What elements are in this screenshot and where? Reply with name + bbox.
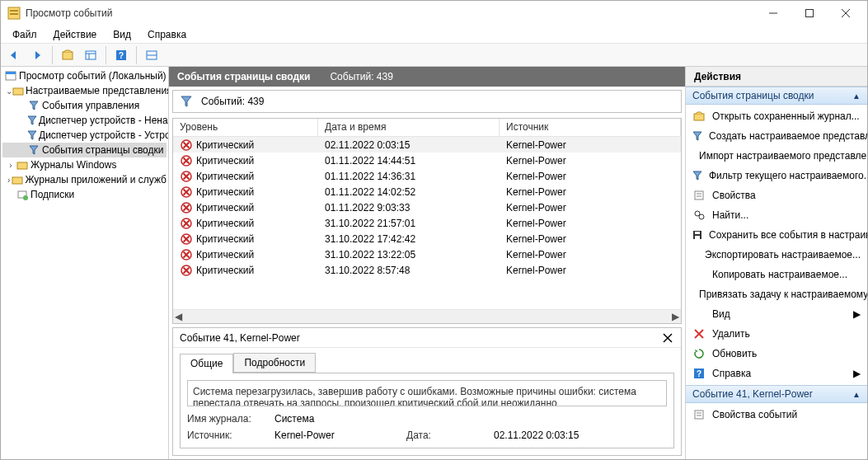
svg-rect-16 (6, 72, 16, 74)
action-help[interactable]: ?Справка▶ (686, 364, 867, 383)
critical-icon (180, 138, 193, 152)
svg-rect-7 (63, 52, 73, 59)
action-label: Свойства (712, 190, 756, 201)
col-level[interactable]: Уровень (173, 119, 318, 136)
action-properties[interactable]: Свойства (686, 185, 867, 205)
detail-body: Система перезагрузилась, завершив работу… (180, 373, 674, 448)
forward-button[interactable] (27, 45, 47, 65)
menu-help[interactable]: Справка (141, 27, 193, 42)
action-label: Вид (712, 308, 847, 320)
filter-icon (27, 129, 37, 142)
expand-icon[interactable]: ⌄ (6, 87, 12, 96)
critical-icon (180, 217, 193, 230)
tree-app-logs[interactable]: › Журналы приложений и служб (2, 172, 167, 187)
tab-details[interactable]: Подробности (233, 353, 316, 373)
preview-toggle-button[interactable] (142, 45, 162, 65)
action-label: Открыть сохраненный журнал... (712, 110, 860, 122)
tree-custom-views[interactable]: ⌄ Настраиваемые представления (2, 83, 167, 98)
help-icon: ? (692, 367, 706, 380)
view-event-count: Событий: 439 (330, 71, 392, 82)
tree-windows-logs[interactable]: › Журналы Windows (2, 157, 167, 172)
tree-root[interactable]: Просмотр событий (Локальный) (2, 68, 167, 83)
event-description[interactable]: Система перезагрузилась, завершив работу… (187, 380, 667, 406)
close-button[interactable] (828, 1, 864, 26)
table-row[interactable]: Критический01.11.2022 14:44:51Kernel-Pow… (173, 153, 681, 168)
tab-general[interactable]: Общие (180, 354, 233, 373)
tree-devmgr-1[interactable]: Диспетчер устройств - Ненастроенные (2, 113, 167, 128)
actions-group-2[interactable]: Событие 41, Kernel-Power ▲ (686, 385, 867, 403)
table-row[interactable]: Критический31.10.2022 21:57:01Kernel-Pow… (173, 215, 681, 231)
actions-list-2: Свойства событий (686, 403, 867, 426)
tree-devmgr-2[interactable]: Диспетчер устройств - Устройства (2, 128, 167, 143)
action-refresh[interactable]: Обновить (686, 344, 867, 364)
action-event-properties[interactable]: Свойства событий (686, 405, 867, 425)
table-row[interactable]: Критический31.10.2022 13:22:05Kernel-Pow… (173, 246, 681, 262)
expand-icon[interactable]: › (6, 176, 12, 185)
toolbar-separator (136, 46, 137, 64)
close-detail-button[interactable] (661, 331, 674, 345)
critical-icon (180, 232, 193, 246)
action-find[interactable]: Найти... (686, 205, 867, 225)
actions-group-1[interactable]: События страницы сводки ▲ (686, 87, 867, 105)
nav-tree[interactable]: Просмотр событий (Локальный) ⌄ Настраива… (1, 67, 169, 459)
table-row[interactable]: Критический01.11.2022 14:36:31Kernel-Pow… (173, 168, 681, 184)
show-tree-button[interactable] (58, 45, 77, 65)
help-button[interactable]: ? (111, 45, 131, 65)
view-header: События страницы сводки Событий: 439 (169, 67, 685, 87)
menu-file[interactable]: Файл (6, 27, 44, 42)
filter-icon (27, 143, 40, 157)
log-label: Имя журнала: (187, 413, 266, 425)
action-label: Фильтр текущего настраиваемого... (709, 170, 867, 181)
action-export-view[interactable]: Экспортировать настраиваемое... (686, 245, 867, 265)
toolbar-separator (106, 46, 106, 64)
scroll-right-icon[interactable]: ▶ (672, 311, 679, 322)
toggle-panes-button[interactable] (81, 45, 101, 65)
col-date[interactable]: Дата и время (318, 119, 500, 136)
action-label: Справка (712, 368, 847, 379)
filter-icon (692, 169, 702, 182)
svg-rect-17 (13, 88, 23, 95)
action-delete[interactable]: Удалить (686, 324, 867, 344)
menu-view[interactable]: Вид (106, 27, 138, 42)
kv-log: Имя журнала: Система (187, 413, 667, 425)
actions-group-label: Событие 41, Kernel-Power (692, 388, 813, 400)
minimize-button[interactable] (755, 1, 791, 26)
menu-action[interactable]: Действие (47, 27, 104, 42)
back-button[interactable] (4, 45, 24, 65)
grid-body: Критический02.11.2022 0:03:15Kernel-Powe… (173, 137, 681, 309)
scroll-left-icon[interactable]: ◀ (175, 311, 182, 322)
table-row[interactable]: Критический31.10.2022 8:57:48Kernel-Powe… (173, 262, 681, 278)
maximize-button[interactable] (791, 1, 828, 26)
action-copy-view[interactable]: Копировать настраиваемое... (686, 265, 867, 284)
actions-group-label: События страницы сводки (692, 90, 814, 101)
collapse-icon[interactable]: ▲ (852, 92, 861, 101)
action-create-custom-view[interactable]: Создать настраиваемое представление... (686, 126, 867, 146)
svg-text:?: ? (119, 51, 124, 60)
expand-icon[interactable]: › (6, 161, 16, 170)
table-row[interactable]: Критический02.11.2022 0:03:15Kernel-Powe… (173, 137, 681, 153)
table-row[interactable]: Критический31.10.2022 17:42:42Kernel-Pow… (173, 231, 681, 246)
col-source[interactable]: Источник (500, 119, 681, 136)
action-import-custom-view[interactable]: Импорт настраиваемого представления... (686, 146, 867, 166)
blank-icon (692, 307, 706, 321)
action-view-submenu[interactable]: Вид▶ (686, 304, 867, 324)
action-save-all-events[interactable]: Сохранить все события в настраиваемом... (686, 225, 867, 245)
event-grid[interactable]: Уровень Дата и время Источник Критически… (172, 118, 682, 324)
horizontal-scrollbar[interactable]: ◀ ▶ (173, 309, 681, 323)
refresh-icon (692, 347, 706, 360)
filter-bar: Событий: 439 (172, 90, 682, 113)
action-label: Копировать настраиваемое... (712, 269, 847, 280)
tree-summary-events[interactable]: События страницы сводки (2, 143, 167, 157)
svg-rect-18 (17, 162, 27, 169)
action-open-saved-log[interactable]: Открыть сохраненный журнал... (686, 106, 867, 126)
collapse-icon[interactable]: ▲ (852, 390, 861, 399)
tree-subscriptions[interactable]: Подписки (2, 187, 167, 202)
event-detail-pane: Событие 41, Kernel-Power Общие Подробнос… (172, 327, 682, 456)
tree-admin-events[interactable]: События управления (2, 98, 167, 113)
svg-rect-1 (10, 10, 18, 12)
action-attach-task[interactable]: Привязать задачу к настраиваемому... (686, 284, 867, 304)
table-row[interactable]: Критический01.11.2022 9:03:33Kernel-Powe… (173, 199, 681, 215)
menubar: Файл Действие Вид Справка (1, 26, 867, 44)
table-row[interactable]: Критический01.11.2022 14:02:52Kernel-Pow… (173, 184, 681, 199)
action-filter-current-view[interactable]: Фильтр текущего настраиваемого... (686, 166, 867, 185)
